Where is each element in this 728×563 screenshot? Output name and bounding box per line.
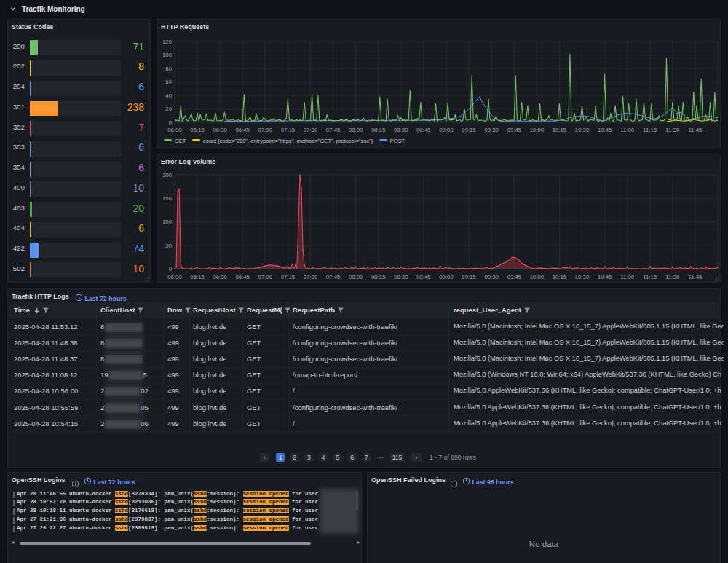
svg-text:11:45: 11:45 [688,274,703,280]
svg-text:08:15: 08:15 [371,274,386,280]
svg-text:100: 100 [162,218,173,225]
svg-text:100: 100 [162,52,173,58]
svg-text:07:15: 07:15 [281,274,296,280]
svg-text:11:15: 11:15 [643,127,657,133]
svg-text:10:15: 10:15 [553,127,567,133]
svg-text:10:00: 10:00 [530,274,545,280]
svg-text:09:45: 09:45 [507,127,521,133]
svg-text:06:30: 06:30 [213,127,227,133]
svg-text:0: 0 [169,119,173,126]
svg-text:06:15: 06:15 [190,127,205,133]
svg-text:07:30: 07:30 [304,127,318,133]
svg-text:09:45: 09:45 [507,274,521,280]
svg-text:10:00: 10:00 [530,127,545,133]
svg-text:09:30: 09:30 [484,127,499,133]
svg-text:10:30: 10:30 [575,274,590,280]
svg-text:10:45: 10:45 [598,127,612,133]
svg-text:09:15: 09:15 [462,274,476,280]
svg-text:07:45: 07:45 [326,274,341,280]
svg-text:60: 60 [165,79,172,85]
svg-text:10:15: 10:15 [553,274,567,280]
svg-text:11:00: 11:00 [620,274,635,280]
svg-text:10:45: 10:45 [598,274,612,280]
svg-text:09:30: 09:30 [484,274,499,280]
svg-text:11:00: 11:00 [620,127,635,133]
svg-text:07:00: 07:00 [258,274,273,280]
svg-text:06:30: 06:30 [213,274,227,280]
svg-text:11:15: 11:15 [643,274,657,280]
svg-text:40: 40 [165,92,172,99]
svg-text:07:45: 07:45 [326,127,341,133]
svg-text:06:00: 06:00 [167,127,182,133]
svg-text:08:30: 08:30 [394,127,408,133]
svg-text:20: 20 [165,106,172,112]
svg-text:0: 0 [169,266,173,272]
svg-text:07:00: 07:00 [258,127,273,133]
svg-text:09:15: 09:15 [462,127,476,133]
svg-text:06:45: 06:45 [235,127,250,133]
svg-text:80: 80 [165,66,172,72]
svg-text:150: 150 [162,195,173,202]
svg-text:07:15: 07:15 [281,127,296,133]
svg-text:08:15: 08:15 [371,127,386,133]
svg-text:08:00: 08:00 [349,274,363,280]
svg-text:06:45: 06:45 [235,274,250,280]
svg-text:08:45: 08:45 [416,127,431,133]
svg-text:200: 200 [162,172,173,178]
svg-text:09:00: 09:00 [439,127,454,133]
svg-text:11:45: 11:45 [688,127,703,133]
svg-text:09:00: 09:00 [439,274,454,280]
svg-text:50: 50 [165,243,172,249]
svg-text:11:30: 11:30 [665,274,680,280]
svg-text:11:30: 11:30 [665,127,680,133]
svg-text:08:00: 08:00 [349,127,363,133]
svg-text:06:00: 06:00 [167,274,182,280]
svg-text:06:15: 06:15 [190,274,205,280]
svg-text:08:30: 08:30 [394,274,408,280]
svg-text:10:30: 10:30 [575,127,590,133]
svg-text:08:45: 08:45 [416,274,431,280]
svg-text:120: 120 [162,39,173,45]
svg-text:07:30: 07:30 [304,274,318,280]
